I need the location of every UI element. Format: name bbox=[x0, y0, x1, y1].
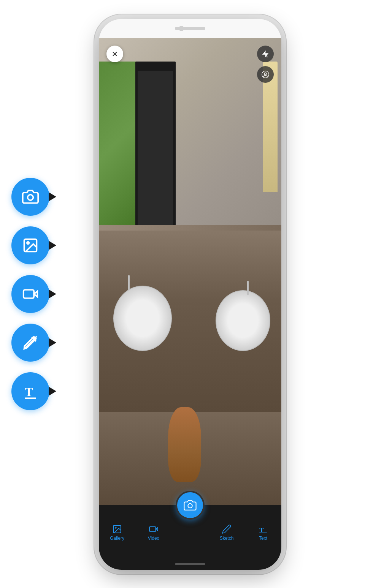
close-button[interactable] bbox=[106, 46, 123, 62]
basket bbox=[168, 407, 201, 482]
sidebar-item-camera[interactable] bbox=[11, 178, 49, 216]
text-nav-icon: T bbox=[258, 524, 268, 534]
sidebar-bubbles: T bbox=[11, 178, 49, 410]
nav-item-text[interactable]: T Text bbox=[245, 524, 281, 541]
camera-icon bbox=[22, 188, 39, 205]
video-nav-icon bbox=[149, 524, 159, 534]
nav-item-sketch[interactable]: Sketch bbox=[208, 524, 245, 541]
bottom-bar: Gallery Video Sketch bbox=[99, 505, 281, 558]
nav-item-gallery[interactable]: Gallery bbox=[99, 524, 135, 541]
svg-point-13 bbox=[264, 73, 267, 75]
flash-button[interactable]: A bbox=[257, 46, 274, 62]
svg-text:T: T bbox=[259, 526, 264, 534]
sketch-nav-icon bbox=[222, 524, 232, 534]
text-nav-label: Text bbox=[259, 536, 267, 541]
svg-rect-17 bbox=[149, 527, 156, 532]
nav-item-video[interactable]: Video bbox=[135, 524, 172, 541]
close-icon bbox=[111, 50, 119, 58]
svg-text:T: T bbox=[25, 385, 33, 399]
video-icon bbox=[22, 286, 39, 302]
sidebar-item-video[interactable] bbox=[11, 275, 49, 313]
phone-front-camera bbox=[179, 26, 184, 31]
svg-point-12 bbox=[262, 71, 269, 78]
gallery-nav-label: Gallery bbox=[110, 536, 124, 541]
camera-viewfinder: A bbox=[99, 38, 281, 505]
svg-point-0 bbox=[28, 195, 33, 201]
scene: T bbox=[0, 0, 365, 588]
sink-left bbox=[113, 286, 172, 351]
faucet-right bbox=[247, 281, 249, 295]
sidebar-item-sketch[interactable] bbox=[11, 324, 49, 362]
sidebar-item-text[interactable]: T bbox=[11, 372, 49, 410]
home-indicator bbox=[99, 558, 281, 570]
faucet-left bbox=[128, 275, 130, 290]
phone-top bbox=[99, 19, 281, 38]
svg-text:A: A bbox=[266, 55, 268, 58]
capture-button-wrapper bbox=[176, 491, 205, 520]
capture-button[interactable] bbox=[176, 491, 205, 520]
svg-rect-3 bbox=[24, 290, 34, 298]
sidebar-item-gallery[interactable] bbox=[11, 226, 49, 264]
pencil-icon bbox=[22, 334, 39, 351]
user-circle-icon bbox=[261, 70, 270, 79]
home-bar bbox=[175, 563, 205, 565]
camera-controls: A bbox=[99, 38, 281, 90]
flash-auto-icon: A bbox=[261, 50, 270, 58]
video-nav-label: Video bbox=[148, 536, 159, 541]
gallery-nav-icon bbox=[112, 524, 122, 534]
gallery-icon bbox=[22, 237, 39, 254]
camera-capture-icon bbox=[184, 499, 197, 512]
counter-surface bbox=[99, 225, 281, 231]
bathroom-scene bbox=[99, 38, 281, 505]
text-icon: T bbox=[22, 383, 39, 400]
svg-point-16 bbox=[115, 527, 116, 528]
phone-frame: A bbox=[99, 19, 281, 570]
user-button[interactable] bbox=[257, 66, 274, 83]
svg-point-2 bbox=[27, 242, 29, 244]
right-controls: A bbox=[257, 46, 274, 83]
sink-right bbox=[216, 290, 270, 351]
sketch-nav-label: Sketch bbox=[220, 536, 234, 541]
svg-point-14 bbox=[188, 504, 192, 508]
